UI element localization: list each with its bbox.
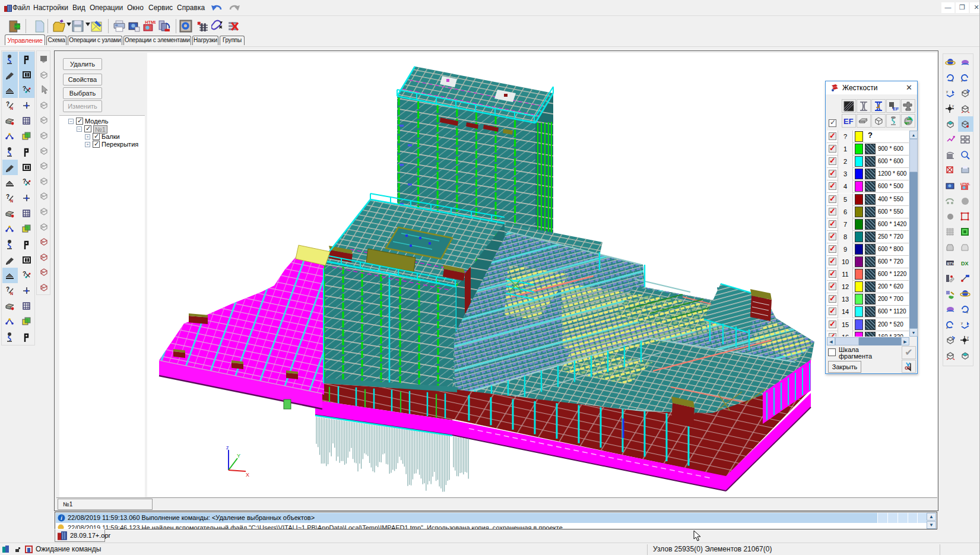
- svg-text:z: z: [961, 79, 963, 83]
- svg-text:?: ?: [6, 286, 9, 293]
- svg-text:y: y: [946, 90, 948, 93]
- svg-text:N: N: [10, 291, 13, 296]
- svg-text:N: N: [10, 106, 13, 110]
- svg-text:y: y: [952, 104, 954, 107]
- svg-text:N: N: [10, 199, 13, 203]
- svg-text:z: z: [226, 445, 229, 451]
- svg-text:x: x: [952, 79, 953, 83]
- svg-text:?: ?: [23, 271, 26, 277]
- svg-text:y: y: [961, 321, 963, 325]
- svg-text:BTV: BTV: [947, 262, 954, 265]
- svg-text:?: ?: [6, 194, 9, 200]
- svg-text:Y: Y: [237, 453, 240, 459]
- svg-text:DX: DX: [961, 261, 969, 267]
- svg-text:?: ?: [23, 85, 26, 92]
- svg-text:z: z: [946, 326, 948, 329]
- svg-text:?: ?: [23, 178, 26, 185]
- svg-text:?: ?: [6, 101, 9, 107]
- svg-text:y: y: [967, 335, 969, 339]
- svg-text:x: x: [966, 310, 968, 314]
- svg-text:X: X: [246, 472, 249, 478]
